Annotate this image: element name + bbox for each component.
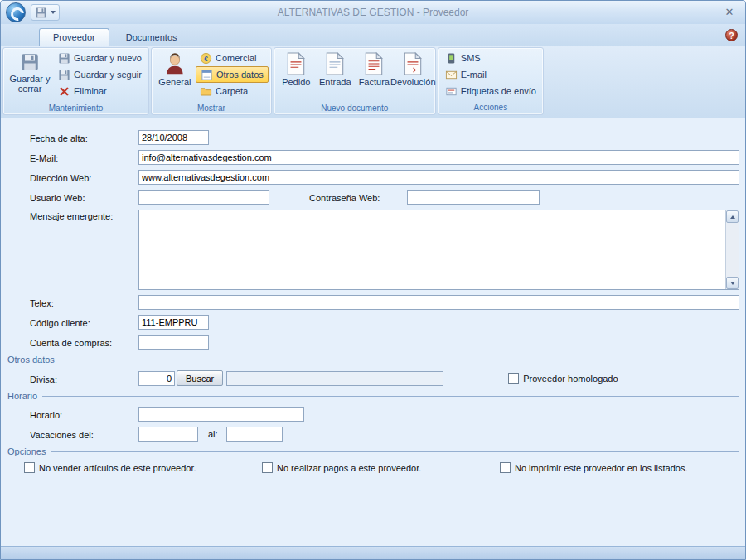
section-divider-line [42, 396, 739, 397]
checkbox-box[interactable] [508, 373, 519, 384]
no-imprimir-checkbox[interactable]: No imprimir este proveedor en los listad… [500, 462, 687, 473]
otros-datos-button[interactable]: Otros datos [196, 66, 269, 83]
form-area: Fecha de alta: E-Mail: Dirección Web: Us… [1, 118, 745, 546]
entrada-button[interactable]: Entrada [316, 50, 355, 101]
tab-documentos[interactable]: Documentos [112, 28, 191, 46]
svg-text:€: € [204, 54, 208, 62]
arrow-down-icon [730, 282, 735, 285]
cuenta-compras-input[interactable] [138, 335, 209, 350]
divisa-input[interactable] [138, 371, 175, 386]
guardar-y-seguir-button[interactable]: Guardar y seguir [54, 66, 146, 83]
proveedor-homologado-checkbox[interactable]: Proveedor homologado [508, 373, 618, 384]
tab-proveedor[interactable]: Proveedor [39, 28, 109, 46]
section-otros-datos-label: Otros datos [7, 355, 55, 364]
factura-label: Factura [359, 77, 390, 87]
buscar-button[interactable]: Buscar [177, 370, 223, 386]
comercial-button[interactable]: € Comercial [196, 50, 269, 66]
person-icon [163, 52, 186, 75]
ribbon-tab-row: Proveedor Documentos ? [1, 24, 745, 46]
floppy-icon [58, 69, 70, 81]
direccion-web-input[interactable] [138, 170, 739, 185]
general-label: General [158, 77, 191, 87]
devolucion-button[interactable]: Devolución [394, 50, 433, 101]
otros-datos-label: Otros datos [216, 70, 264, 80]
group-title-mostrar: Mostrar [152, 103, 271, 115]
fecha-alta-input[interactable] [138, 130, 209, 145]
guardar-y-nuevo-button[interactable]: Guardar y nuevo [54, 50, 146, 66]
general-button[interactable]: General [154, 50, 196, 101]
guardar-y-cerrar-button[interactable]: Guardar y cerrar [6, 50, 54, 101]
mensaje-emergente-label: Mensaje emergente: [30, 210, 138, 221]
form-icon [201, 69, 213, 81]
eliminar-button[interactable]: Eliminar [54, 83, 146, 99]
ribbon-group-mantenimiento: Guardar y cerrar Guardar y nuevo [2, 47, 149, 115]
carpeta-button[interactable]: Carpeta [196, 83, 269, 99]
email-label: E-Mail: [30, 152, 138, 163]
codigo-cliente-input[interactable] [138, 315, 209, 330]
delete-x-icon [58, 85, 70, 98]
group-title-acciones: Acciones [438, 102, 543, 114]
section-horario-label: Horario [7, 391, 37, 401]
codigo-cliente-label: Código cliente: [30, 316, 138, 328]
floppy-icon [58, 52, 70, 65]
devolucion-label: Devolución [390, 77, 435, 87]
guardar-y-nuevo-label: Guardar y nuevo [74, 53, 142, 63]
pedido-button[interactable]: Pedido [277, 50, 316, 101]
checkbox-box[interactable] [262, 462, 273, 473]
guardar-y-seguir-label: Guardar y seguir [74, 70, 142, 80]
contrasena-web-label: Contraseña Web: [309, 191, 407, 203]
envelope-icon [445, 69, 458, 81]
scroll-up-button[interactable] [726, 210, 739, 223]
sms-label: SMS [461, 53, 481, 63]
scroll-down-button[interactable] [726, 277, 739, 289]
no-imprimir-label: No imprimir este proveedor en los listad… [515, 463, 687, 473]
shipping-label-icon [445, 85, 458, 98]
fecha-alta-label: Fecha de alta: [30, 132, 138, 143]
entrada-label: Entrada [319, 77, 351, 87]
mensaje-emergente-textarea[interactable] [138, 210, 739, 290]
section-divider-line [51, 451, 739, 452]
section-otros-datos: Otros datos [7, 355, 739, 364]
horario-input[interactable] [138, 407, 304, 422]
contrasena-web-input[interactable] [407, 190, 540, 205]
window-title: ALTERNATIVAS DE GESTION - Proveedor [1, 7, 745, 18]
etiquetas-envio-button[interactable]: Etiquetas de envío [441, 83, 540, 99]
no-pagos-checkbox[interactable]: No realizar pagos a este proveedor. [262, 462, 500, 473]
email-button[interactable]: E-mail [441, 66, 540, 83]
ribbon-group-nuevo-documento: Pedido Entrada Factura [274, 47, 436, 115]
vacaciones-hasta-input[interactable] [226, 427, 283, 442]
document-icon [325, 52, 345, 75]
vertical-scrollbar[interactable] [725, 210, 739, 289]
guardar-y-cerrar-label: Guardar y cerrar [6, 74, 54, 94]
checkbox-box[interactable] [500, 462, 511, 473]
status-bar [1, 546, 745, 559]
cuenta-compras-label: Cuenta de compras: [30, 336, 138, 348]
floppy-icon [20, 52, 40, 72]
app-window: ALTERNATIVAS DE GESTION - Proveedor ✕ Pr… [0, 0, 746, 560]
group-title-mantenimiento: Mantenimiento [3, 103, 148, 115]
usuario-web-label: Usuario Web: [30, 191, 138, 203]
document-icon [403, 52, 423, 75]
close-button[interactable]: ✕ [722, 5, 737, 20]
no-vender-checkbox[interactable]: No vender artículos de este proveedor. [24, 462, 262, 473]
comercial-label: Comercial [216, 53, 257, 63]
vacaciones-desde-input[interactable] [138, 427, 198, 442]
help-button[interactable]: ? [725, 29, 738, 41]
factura-button[interactable]: Factura [355, 50, 394, 101]
eliminar-label: Eliminar [74, 86, 107, 96]
mensaje-emergente-content[interactable] [139, 210, 725, 289]
section-horario: Horario [7, 391, 739, 401]
phone-icon [445, 52, 458, 65]
email-input[interactable] [138, 150, 739, 165]
sms-button[interactable]: SMS [441, 50, 540, 66]
horario-label: Horario: [30, 408, 138, 420]
divisa-descripcion-field [226, 371, 443, 386]
document-icon [364, 52, 384, 75]
section-opciones-label: Opciones [7, 447, 46, 456]
usuario-web-input[interactable] [138, 190, 269, 205]
checkbox-box[interactable] [24, 462, 35, 473]
direccion-web-label: Dirección Web: [30, 171, 138, 183]
telex-input[interactable] [138, 295, 739, 310]
ribbon-group-mostrar: General € Comercial [151, 47, 272, 115]
proveedor-homologado-label: Proveedor homologado [523, 374, 618, 384]
